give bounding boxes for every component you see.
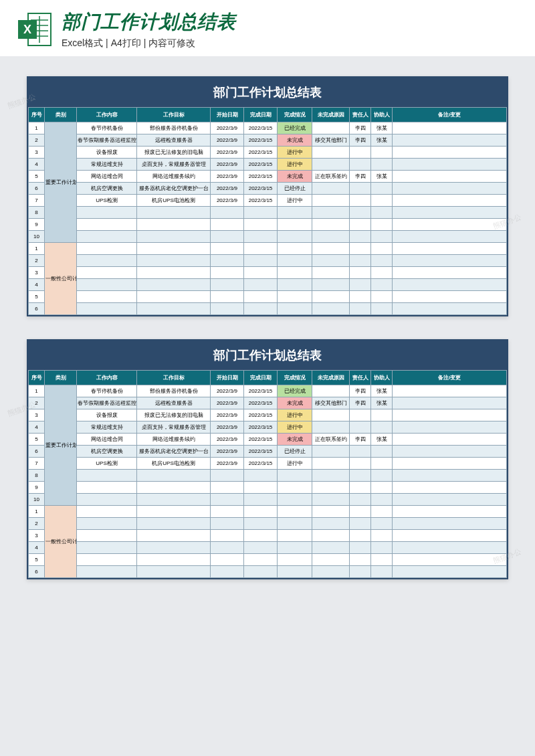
column-header: 工作目标: [137, 108, 211, 122]
table-row: 3设备报废报废已无法修复的旧电脑2022/3/92022/3/15进行中: [29, 147, 507, 159]
cell-category: 一般性公司计划: [45, 506, 77, 578]
cell-start: 2022/3/9: [211, 171, 244, 183]
cell-seq: 6: [29, 183, 45, 195]
cell-status: [278, 494, 312, 506]
page-header: X 部门工作计划总结表 Excel格式 | A4打印 | 内容可修改: [0, 0, 535, 56]
table-row: 5: [29, 291, 507, 303]
cell-end: [244, 470, 278, 482]
work-plan-table: 序号类别工作内容工作目标开始日期完成日期完成情况未完成原因责任人协助人备注/变更…: [28, 107, 507, 315]
table-row: 1一般性公司计划: [29, 506, 507, 518]
cell-content: 机房空调更换: [77, 183, 137, 195]
column-header: 未完成原因: [312, 108, 350, 122]
cell-target: 报废已无法修复的旧电脑: [137, 409, 211, 421]
table-row: 5网络运维合同网络运维服务续约2022/3/92022/3/15未完成正在联系签…: [29, 434, 507, 446]
cell-seq: 10: [29, 231, 45, 243]
cell-content: 设备报废: [77, 409, 137, 421]
cell-resp: [350, 231, 371, 243]
cell-status: [278, 482, 312, 494]
cell-assist: 张某: [371, 134, 393, 147]
cell-start: 2022/3/9: [211, 195, 244, 207]
cell-assist: [371, 458, 393, 470]
table-row: 9: [29, 482, 507, 494]
column-header: 完成日期: [244, 108, 278, 122]
column-header: 完成日期: [244, 371, 278, 385]
cell-resp: 李四: [350, 397, 371, 409]
cell-seq: 2: [29, 518, 45, 530]
table-row: 2: [29, 518, 507, 530]
cell-end: 2022/3/15: [244, 171, 278, 183]
column-header: 序号: [29, 108, 45, 122]
table-row: 9: [29, 219, 507, 231]
cell-target: [137, 470, 211, 482]
cell-start: 2022/3/9: [211, 147, 244, 159]
column-header: 责任人: [350, 371, 371, 385]
cell-start: [211, 470, 244, 482]
cell-seq: 8: [29, 470, 45, 482]
cell-content: 机房空调更换: [77, 446, 137, 458]
cell-note: [393, 147, 507, 159]
cell-seq: 5: [29, 434, 45, 446]
cell-start: [211, 494, 244, 506]
cell-status: 未完成: [278, 171, 312, 183]
cell-content: 常规运维支持: [77, 159, 137, 171]
cell-note: [393, 434, 507, 446]
cell-note: [393, 470, 507, 482]
cell-note: [393, 397, 507, 409]
sheet-preview-2: 部门工作计划总结表 序号类别工作内容工作目标开始日期完成日期完成情况未完成原因责…: [27, 339, 508, 579]
cell-reason: [312, 207, 350, 219]
cell-seq: 1: [29, 506, 45, 518]
cell-assist: [371, 195, 393, 207]
cell-resp: 李四: [350, 171, 371, 183]
cell-seq: 7: [29, 458, 45, 470]
cell-assist: 张某: [371, 171, 393, 183]
cell-target: 服务器机房老化空调更护一台: [137, 183, 211, 195]
cell-content: [77, 219, 137, 231]
cell-resp: [350, 482, 371, 494]
cell-reason: [312, 122, 350, 134]
cell-seq: 5: [29, 171, 45, 183]
cell-content: [77, 482, 137, 494]
cell-resp: [350, 446, 371, 458]
cell-note: [393, 219, 507, 231]
cell-target: 部份服务器停机备份: [137, 385, 211, 397]
cell-end: 2022/3/15: [244, 147, 278, 159]
cell-seq: 3: [29, 267, 45, 279]
cell-reason: [312, 183, 350, 195]
cell-seq: 3: [29, 409, 45, 421]
cell-target: 网络运维服务续约: [137, 171, 211, 183]
cell-note: [393, 458, 507, 470]
cell-note: [393, 482, 507, 494]
cell-content: [77, 231, 137, 243]
table-row: 8: [29, 470, 507, 482]
cell-start: 2022/3/9: [211, 183, 244, 195]
table-row: 5: [29, 554, 507, 566]
cell-end: [244, 207, 278, 219]
column-header: 完成情况: [278, 371, 312, 385]
table-row: 1一般性公司计划: [29, 243, 507, 255]
cell-assist: [371, 482, 393, 494]
cell-note: [393, 134, 507, 147]
cell-category: 一般性公司计划: [45, 243, 77, 315]
cell-note: [393, 421, 507, 434]
column-header: 备注/变更: [393, 371, 507, 385]
cell-end: 2022/3/15: [244, 183, 278, 195]
cell-category: 重要工作计划: [45, 385, 77, 506]
cell-note: [393, 171, 507, 183]
cell-content: 春节假期服务器运程监控: [77, 397, 137, 409]
cell-content: [77, 207, 137, 219]
cell-end: 2022/3/15: [244, 458, 278, 470]
cell-reason: 正在联系签约: [312, 434, 350, 446]
cell-resp: [350, 421, 371, 434]
cell-status: 已经停止: [278, 183, 312, 195]
cell-content: 网络运维合同: [77, 171, 137, 183]
preview-canvas: 熊猫办公 熊猫办公 熊猫办公 熊猫办公 部门工作计划总结表 序号类别工作内容工作…: [0, 56, 535, 593]
cell-status: 已经完成: [278, 385, 312, 397]
cell-end: 2022/3/15: [244, 195, 278, 207]
page-title: 部门工作计划总结表: [62, 9, 519, 35]
column-header: 工作目标: [137, 371, 211, 385]
cell-target: 部份服务器停机备份: [137, 122, 211, 134]
cell-content: 网络运维合同: [77, 434, 137, 446]
cell-note: [393, 207, 507, 219]
cell-end: 2022/3/15: [244, 159, 278, 171]
cell-status: 未完成: [278, 397, 312, 409]
